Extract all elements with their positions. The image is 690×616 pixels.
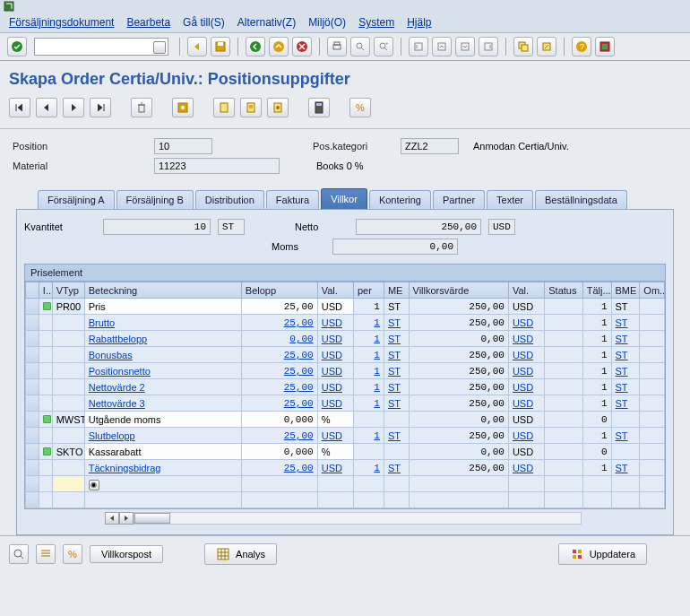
moms-field: [332, 239, 458, 255]
table-row[interactable]: SKTOKassarabatt0,000%0,00USD0: [26, 444, 665, 460]
menu-forsaljningsdokument[interactable]: Försäljningsdokument: [9, 16, 114, 29]
position-field[interactable]: [154, 138, 212, 154]
tab-forsaljning-a[interactable]: Försäljning A: [38, 190, 115, 209]
prev-page-button[interactable]: [432, 37, 452, 56]
kvantitet-unit[interactable]: [218, 219, 245, 235]
grid-header[interactable]: Status: [545, 282, 582, 299]
tab-bestallningsdata[interactable]: Beställningsdata: [535, 190, 627, 209]
last-page-button[interactable]: [479, 37, 498, 56]
netto-unit: [488, 219, 515, 235]
kvantitet-field[interactable]: [103, 219, 211, 235]
grid-header[interactable]: Om...: [640, 282, 665, 299]
first-page-button[interactable]: [409, 37, 428, 56]
menu-system[interactable]: System: [358, 16, 394, 29]
tool1-button[interactable]: [213, 98, 235, 117]
scroll-thumb[interactable]: [134, 513, 170, 524]
help-button[interactable]: ?: [572, 37, 591, 56]
table-row[interactable]: [26, 492, 665, 508]
last-item-button[interactable]: [90, 98, 111, 117]
first-item-button[interactable]: [9, 98, 30, 117]
percent2-button[interactable]: %: [63, 544, 82, 564]
tool3-button[interactable]: [267, 98, 289, 117]
layout-button[interactable]: [595, 37, 615, 56]
grid-header[interactable]: Villkorsvärde: [409, 282, 508, 299]
table-row[interactable]: Nettovärde 325,00USD1ST250,00USD1ST: [26, 395, 665, 412]
scroll-track[interactable]: [134, 512, 582, 525]
table-row[interactable]: Slutbelopp25,00USD1ST250,00USD1ST: [26, 428, 665, 444]
svg-rect-39: [573, 550, 576, 553]
calculator-icon: [314, 101, 324, 114]
print-button[interactable]: [327, 37, 347, 56]
netto-label: Netto: [295, 221, 349, 232]
tab-texter[interactable]: Texter: [487, 190, 533, 209]
scroll-left-button[interactable]: [105, 512, 119, 525]
table-row[interactable]: PR00Pris25,00USD1ST250,00USD1ST: [26, 299, 665, 315]
save-button[interactable]: [211, 37, 230, 56]
villkorspost-button[interactable]: Villkorspost: [90, 545, 163, 563]
tab-villkor[interactable]: Villkor: [321, 188, 367, 209]
poskategori-field[interactable]: [401, 138, 459, 154]
svg-rect-42: [578, 555, 582, 559]
print-icon: [332, 41, 342, 52]
percent-button[interactable]: %: [349, 98, 371, 117]
grid-header[interactable]: Tälj...: [582, 282, 611, 299]
tab-partner[interactable]: Partner: [433, 190, 485, 209]
menu-bearbeta[interactable]: Bearbeta: [126, 16, 170, 29]
detail-button[interactable]: [9, 544, 29, 564]
next-item-button[interactable]: [63, 98, 84, 117]
calc-button[interactable]: [308, 98, 330, 117]
menu-hjalp[interactable]: Hjälp: [407, 16, 431, 29]
shortcut-button[interactable]: [537, 37, 556, 56]
table-row[interactable]: Bonusbas25,00USD1ST250,00USD1ST: [26, 347, 665, 363]
back2-button[interactable]: [246, 37, 265, 56]
grid-header[interactable]: VTyp: [52, 282, 84, 299]
grid-header[interactable]: Val.: [508, 282, 544, 299]
find-button[interactable]: [350, 37, 370, 56]
tab-forsaljning-b[interactable]: Försäljning B: [116, 190, 194, 209]
cancel-button[interactable]: [292, 37, 312, 56]
grid-hscroll[interactable]: [24, 509, 666, 527]
uppdatera-button[interactable]: Uppdatera: [558, 543, 647, 565]
grid-header[interactable]: ME: [384, 282, 409, 299]
table-row[interactable]: Nettovärde 225,00USD1ST250,00USD1ST: [26, 379, 665, 395]
next-page-button[interactable]: [455, 37, 475, 56]
command-field[interactable]: [34, 38, 168, 56]
material-field[interactable]: [154, 158, 280, 174]
tool2-button[interactable]: [240, 98, 262, 117]
menu-miljo[interactable]: Miljö(O): [308, 16, 346, 29]
svg-rect-3: [218, 42, 223, 46]
grid-header[interactable]: Beteckning: [84, 282, 241, 299]
grid-header[interactable]: BME: [611, 282, 640, 299]
list-button[interactable]: [36, 544, 56, 564]
grid-header[interactable]: Val.: [317, 282, 353, 299]
percent-icon: %: [354, 101, 367, 114]
delete-button[interactable]: [131, 98, 152, 117]
find-next-button[interactable]: +: [374, 37, 393, 56]
menu-gatill[interactable]: Gå till(S): [183, 16, 225, 29]
table-row[interactable]: Täckningsbidrag25,00USD1ST250,00USD1ST: [26, 460, 665, 476]
page-down-icon: [460, 41, 470, 52]
tab-faktura[interactable]: Faktura: [266, 190, 319, 209]
price-grid[interactable]: I...VTypBeteckningBeloppVal.perMEVillkor…: [24, 282, 666, 509]
enter-button[interactable]: [7, 37, 27, 56]
tab-distribution[interactable]: Distribution: [195, 190, 264, 209]
table-row[interactable]: Positionsnetto25,00USD1ST250,00USD1ST: [26, 363, 665, 379]
table-row[interactable]: MWSTUtgående moms0,000%0,00USD0: [26, 412, 665, 428]
table-row[interactable]: Brutto25,00USD1ST250,00USD1ST: [26, 315, 665, 331]
table-row[interactable]: ◉: [26, 476, 665, 492]
exit-button[interactable]: [269, 37, 289, 56]
grid-header[interactable]: I...: [39, 282, 52, 299]
menu-alternativ[interactable]: Alternativ(Z): [237, 16, 296, 29]
analys-button[interactable]: Analys: [204, 543, 277, 565]
refresh-icon: [570, 547, 584, 561]
scroll-right-button[interactable]: [119, 512, 134, 525]
new-session-button[interactable]: [513, 37, 533, 56]
doc-icon: [218, 101, 230, 114]
table-row[interactable]: Rabattbelopp0,00USD1ST0,00USD1ST: [26, 331, 665, 347]
prev-item-button[interactable]: [36, 98, 57, 117]
grid-header[interactable]: per: [354, 282, 384, 299]
tab-kontering[interactable]: Kontering: [369, 190, 431, 209]
back-button[interactable]: [187, 37, 207, 56]
grid-header[interactable]: Belopp: [241, 282, 317, 299]
config-button[interactable]: [172, 98, 194, 117]
